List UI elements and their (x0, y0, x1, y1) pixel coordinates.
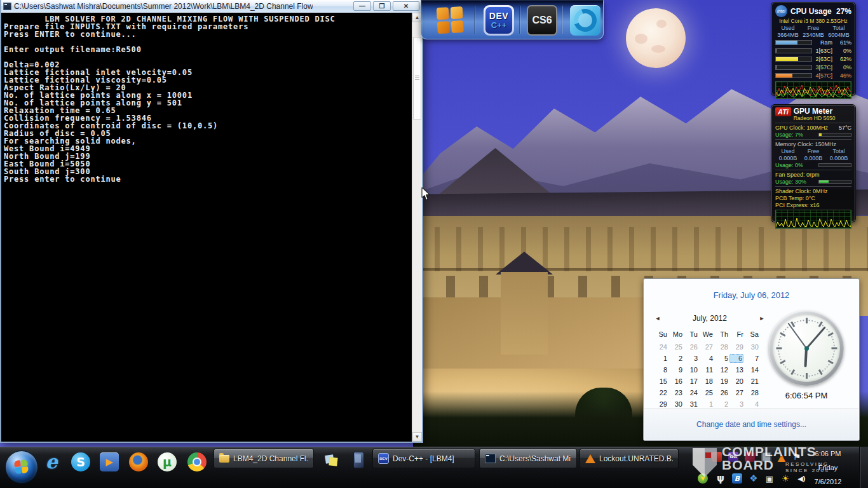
skype-icon[interactable]: S (71, 452, 90, 471)
console-scrollbar[interactable]: ▲ ▼ (412, 13, 422, 442)
calendar-day[interactable]: 13 (729, 365, 744, 375)
sticky-notes-icon[interactable] (325, 454, 338, 466)
calendar-day[interactable]: 7 (744, 354, 759, 363)
calendar-day[interactable]: 29 (729, 342, 744, 352)
tray-red-app-icon[interactable] (712, 452, 722, 462)
calendar-day[interactable]: 31 (683, 400, 698, 409)
tray-volume-icon[interactable]: ◀) (796, 473, 806, 484)
media-player-icon[interactable]: ▶ (100, 452, 119, 471)
blue-ring-app-icon[interactable] (570, 5, 600, 36)
chrome-icon[interactable] (187, 452, 207, 471)
calendar-day[interactable]: 4 (698, 354, 714, 363)
console-titlebar[interactable]: C:\Users\Sashwat Mishra\Documents\Summer… (1, 0, 422, 13)
calendar-day[interactable]: 11 (698, 365, 714, 375)
taskbar-button-label: LBM4_2D Channel Fl... (233, 454, 308, 463)
memory-clock: Memory Clock: 150MHz (775, 141, 836, 147)
restore-button[interactable]: ❐ (373, 1, 391, 11)
dev-cpp-icon[interactable]: DEV C++ (484, 5, 514, 36)
taskbar-clock[interactable]: 6:06 PM Friday 7/6/2012 (808, 449, 848, 487)
calendar-day[interactable]: 28 (714, 342, 729, 352)
firefox-icon[interactable] (129, 452, 148, 471)
internet-explorer-icon[interactable]: e (42, 452, 61, 471)
tray-dropbox-icon[interactable]: ❖ (749, 473, 759, 484)
calendar-day[interactable]: 27 (729, 388, 744, 398)
phone-app-icon[interactable] (353, 452, 364, 468)
cpu-usage-gadget[interactable]: intel CPU Usage 27% Intel Core i3 M 380 … (771, 3, 855, 95)
console-output-area[interactable]: LBM SOLVER FOR 2D CHANNEL MIXING FLOW WI… (1, 13, 412, 442)
office-2010-icon[interactable] (435, 4, 471, 41)
calendar-day[interactable]: 27 (698, 342, 714, 352)
calendar-day[interactable]: 1 (698, 400, 714, 409)
calendar-day[interactable]: 26 (714, 388, 729, 398)
clock-tick (814, 321, 816, 323)
tray-bluetooth-icon[interactable]: B (732, 473, 742, 484)
calendar-day[interactable]: 2 (714, 400, 729, 409)
utorrent-icon[interactable]: µ (158, 452, 177, 471)
tray-brightness-icon[interactable]: ☀ (780, 473, 790, 484)
calendar-day[interactable]: 9 (668, 365, 683, 375)
console-icon (485, 454, 496, 463)
calendar-day[interactable]: 14 (744, 365, 759, 375)
calendar-day[interactable]: 17 (683, 377, 698, 386)
calendar-day[interactable]: 29 (653, 400, 668, 409)
calendar-day[interactable]: 2 (668, 354, 683, 363)
calendar-day[interactable]: 4 (744, 400, 759, 409)
gpu-memory-headers: UsedFreeTotal (775, 148, 851, 154)
gpu-meter-gadget[interactable]: ATi GPU Meter Radeon HD 5650 GPU Clock: … (771, 105, 855, 222)
tray-vlc-icon[interactable]: ▲ (776, 452, 787, 462)
calendar-day[interactable]: 1 (653, 354, 668, 363)
calendar-day[interactable]: 25 (698, 388, 714, 398)
show-desktop-button[interactable] (859, 447, 868, 488)
scrollbar-thumb[interactable] (413, 37, 421, 119)
next-month-arrow-icon[interactable]: ► (757, 315, 767, 322)
calendar-day[interactable]: 8 (653, 365, 668, 375)
calendar-day[interactable]: 3 (729, 400, 744, 409)
taskbar-button-folder[interactable]: LBM4_2D Channel Fl... (214, 449, 314, 468)
tray-clipboard-icon[interactable]: ▣ (764, 473, 775, 484)
calendar-month-label[interactable]: July, 2012 (663, 314, 757, 323)
calendar-day[interactable]: 3 (683, 354, 698, 363)
tray-wireless-icon[interactable]: ψ (715, 473, 726, 484)
cpu-row: 1[63C]0% (775, 47, 851, 55)
calendar-day[interactable]: 24 (653, 342, 668, 352)
calendar-day[interactable]: 23 (668, 388, 683, 398)
calendar-day[interactable]: 25 (668, 342, 683, 352)
clock-time: 6:06 PM (808, 450, 848, 458)
prev-month-arrow-icon[interactable]: ◄ (653, 315, 663, 322)
second-hand (788, 323, 807, 349)
calendar-day[interactable]: 18 (698, 377, 714, 386)
calendar-day[interactable]: 5 (714, 354, 729, 363)
taskbar-button-vlc[interactable]: Lockout.UNRATED.B... (580, 449, 679, 468)
calendar-day[interactable]: 12 (714, 365, 729, 375)
calendar-day[interactable]: 30 (744, 342, 759, 352)
calendar-day[interactable]: 20 (729, 377, 744, 386)
taskbar-button-console[interactable]: C:\Users\Sashwat Mi... (479, 449, 577, 468)
cpu-row: 3[57C]0% (775, 64, 851, 71)
calendar-day[interactable]: 16 (668, 377, 683, 386)
calendar-day-selected[interactable]: 6 (729, 354, 743, 363)
calendar-day[interactable]: 21 (744, 377, 759, 386)
cs6-icon[interactable]: CS6 (527, 5, 557, 36)
calendar-day[interactable]: 22 (653, 388, 668, 398)
tray-flag-icon[interactable]: ⚑ (792, 452, 802, 462)
calendar-day[interactable]: 15 (653, 377, 668, 386)
tray-monitor-icon[interactable] (761, 452, 771, 462)
calendar-day[interactable]: 26 (683, 342, 698, 352)
calendar-day[interactable]: 28 (744, 388, 759, 398)
scroll-down-arrow-icon[interactable]: ▼ (412, 432, 422, 442)
start-button[interactable] (5, 451, 38, 484)
clock-tick (779, 339, 781, 341)
taskbar-button-devcpp[interactable]: DEVDev-C++ - [LBM4] (372, 449, 475, 468)
calendar-day[interactable]: 24 (683, 388, 698, 398)
close-button[interactable]: ✕ (393, 1, 419, 11)
tray-maroon-app-icon[interactable] (745, 452, 755, 462)
change-date-time-settings-link[interactable]: Change date and time settings... (696, 420, 806, 429)
date-time-flyout: Friday, July 06, 2012 ◄ July, 2012 ► SuM… (643, 278, 860, 441)
digital-time: 6:06:54 PM (769, 391, 844, 400)
tray-purple-app-icon[interactable]: GG (728, 452, 738, 462)
tray-idm-icon[interactable]: ▼ (698, 473, 708, 484)
minimize-button[interactable]: — (353, 1, 371, 11)
calendar-day[interactable]: 19 (714, 377, 729, 386)
calendar-day[interactable]: 10 (683, 365, 698, 375)
calendar-day[interactable]: 30 (668, 400, 683, 409)
